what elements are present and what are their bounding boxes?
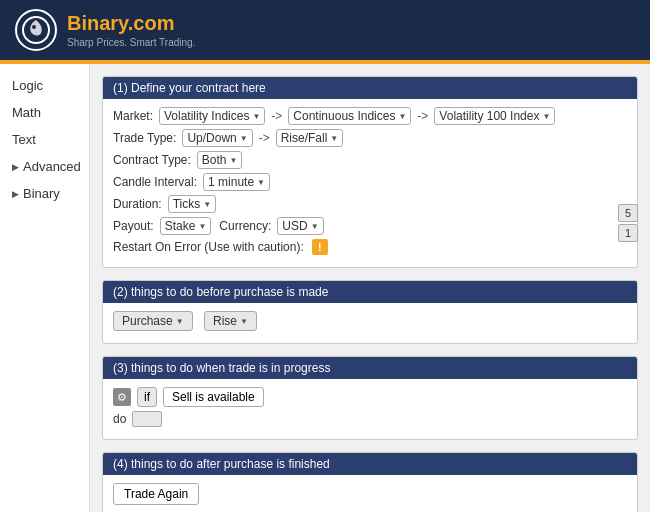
section-3-body: ⚙ if Sell is available do — [103, 379, 637, 439]
market-row: Market: Volatility Indices -> Continuous… — [113, 107, 627, 125]
sidebar-item-text[interactable]: Text — [0, 126, 89, 153]
section-1-body: Market: Volatility Indices -> Continuous… — [103, 99, 637, 267]
restart-label: Restart On Error (Use with caution): — [113, 240, 304, 254]
arrow-sep-2: -> — [417, 109, 428, 123]
svg-point-1 — [32, 25, 36, 29]
tradetype-dropdown[interactable]: Up/Down — [182, 129, 252, 147]
sidebar-label-math: Math — [12, 105, 41, 120]
candle-label: Candle Interval: — [113, 175, 197, 189]
contracttype-label: Contract Type: — [113, 153, 191, 167]
main-content: (1) Define your contract here Market: Vo… — [90, 64, 650, 512]
section-3-header: (3) things to do when trade is in progre… — [103, 357, 637, 379]
spin-btn-5[interactable]: 5 — [618, 204, 638, 222]
header: Binary.com Sharp Prices. Smart Trading. — [0, 0, 650, 60]
arrow-sep-3: -> — [259, 131, 270, 145]
spin-btn-1[interactable]: 1 — [618, 224, 638, 242]
candle-dropdown[interactable]: 1 minute — [203, 173, 270, 191]
section-2-header: (2) things to do before purchase is made — [103, 281, 637, 303]
purchase-row: Purchase Rise — [113, 311, 627, 331]
trade-do-row: do — [113, 411, 627, 427]
tagline: Sharp Prices. Smart Trading. — [67, 37, 195, 48]
sidebar-label-logic: Logic — [12, 78, 43, 93]
vol100-dropdown[interactable]: Volatility 100 Index — [434, 107, 555, 125]
sidebar-item-advanced[interactable]: Advanced — [0, 153, 89, 180]
sidebar: Logic Math Text Advanced Binary — [0, 64, 90, 512]
continuous-dropdown[interactable]: Continuous Indices — [288, 107, 411, 125]
section-1: (1) Define your contract here Market: Vo… — [102, 76, 638, 268]
market-label: Market: — [113, 109, 153, 123]
trade-again-button[interactable]: Trade Again — [113, 483, 199, 505]
sell-available-btn[interactable]: Sell is available — [163, 387, 264, 407]
sidebar-label-text: Text — [12, 132, 36, 147]
logo-icon — [15, 9, 57, 51]
gear-icon[interactable]: ⚙ — [113, 388, 131, 406]
duration-row: Duration: Ticks — [113, 195, 627, 213]
duration-label: Duration: — [113, 197, 162, 211]
sidebar-item-binary[interactable]: Binary — [0, 180, 89, 207]
trade-again-row: Trade Again — [113, 483, 627, 505]
do-input[interactable] — [132, 411, 162, 427]
sidebar-item-logic[interactable]: Logic — [0, 72, 89, 99]
if-label: if — [137, 387, 157, 407]
payout-label: Payout: — [113, 219, 154, 233]
spin-buttons: 5 1 — [618, 204, 638, 242]
risefall-dropdown[interactable]: Rise/Fall — [276, 129, 344, 147]
section-2: (2) things to do before purchase is made… — [102, 280, 638, 344]
tradetype-label: Trade Type: — [113, 131, 176, 145]
brand-accent: .com — [128, 12, 175, 34]
sidebar-item-math[interactable]: Math — [0, 99, 89, 126]
restart-row: Restart On Error (Use with caution): ! — [113, 239, 627, 255]
sidebar-label-advanced: Advanced — [23, 159, 81, 174]
payout-dropdown[interactable]: Stake — [160, 217, 212, 235]
warning-icon: ! — [312, 239, 328, 255]
section-4-body: Trade Again — [103, 475, 637, 512]
currency-dropdown[interactable]: USD — [277, 217, 323, 235]
brand-name: Binary.com — [67, 12, 195, 35]
sidebar-label-binary: Binary — [23, 186, 60, 201]
section-4-header: (4) things to do after purchase is finis… — [103, 453, 637, 475]
arrow-sep-1: -> — [271, 109, 282, 123]
tradetype-row: Trade Type: Up/Down -> Rise/Fall — [113, 129, 627, 147]
candle-row: Candle Interval: 1 minute — [113, 173, 627, 191]
contracttype-row: Contract Type: Both — [113, 151, 627, 169]
purchase-btn[interactable]: Purchase — [113, 311, 193, 331]
section-2-body: Purchase Rise — [103, 303, 637, 343]
trade-if-row: ⚙ if Sell is available — [113, 387, 627, 407]
payout-row: Payout: Stake Currency: USD — [113, 217, 627, 235]
rise-btn[interactable]: Rise — [204, 311, 257, 331]
duration-dropdown[interactable]: Ticks — [168, 195, 216, 213]
brand-text: Binary — [67, 12, 128, 34]
do-label: do — [113, 412, 126, 426]
section-1-header: (1) Define your contract here — [103, 77, 637, 99]
section-4: (4) things to do after purchase is finis… — [102, 452, 638, 512]
market-dropdown[interactable]: Volatility Indices — [159, 107, 265, 125]
contracttype-dropdown[interactable]: Both — [197, 151, 243, 169]
main-layout: Logic Math Text Advanced Binary (1) Defi… — [0, 64, 650, 512]
section-3: (3) things to do when trade is in progre… — [102, 356, 638, 440]
currency-label: Currency: — [219, 219, 271, 233]
